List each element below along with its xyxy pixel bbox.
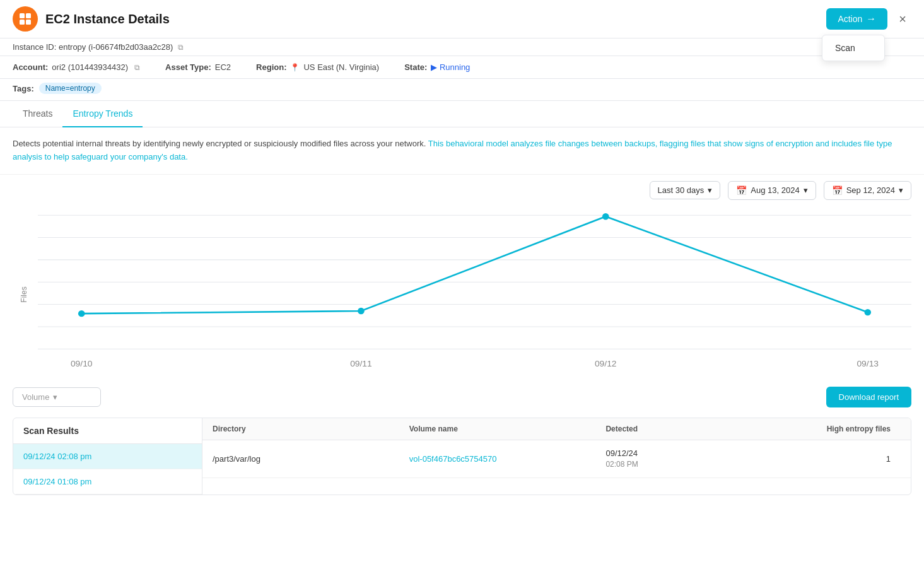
scan-menu-item[interactable]: Scan [822,38,884,58]
date-range-label: Last 30 days [658,185,705,195]
col-high-entropy: High entropy files [753,425,901,433]
volume-chevron-icon: ▾ [53,392,57,402]
start-date-chevron-icon: ▾ [804,185,808,195]
col-directory: Directory [213,425,409,433]
end-date-chevron-icon: ▾ [899,185,903,195]
entropy-chart: 0 10 20 30 40 50 60 09/10 09/11 09/12 09… [38,213,911,377]
asset-type-meta: Asset Type: EC2 [165,62,231,72]
volume-placeholder: Volume [22,392,49,402]
scan-dropdown: Scan [822,35,885,61]
tabs-row: Threats Entropy Trends [0,101,924,127]
action-arrow-icon: → [866,13,876,25]
bottom-section: Volume ▾ Download report Scan Results 09… [0,377,924,505]
svg-point-19 [358,307,365,313]
page-title: EC2 Instance Details [45,12,170,26]
calendar-start-icon: 📅 [736,185,747,196]
chart-container: Files 0 10 20 30 40 50 60 09 [38,213,911,377]
bottom-controls: Volume ▾ Download report [13,387,911,407]
account-copy-icon[interactable]: ⧉ [134,63,140,72]
col-volume-name: Volume name [409,425,606,433]
chart-area: Files 0 10 20 30 40 50 60 09 [0,206,924,377]
state-meta: State: ▶ Running [404,62,470,72]
scan-results-title: Scan Results [13,418,202,444]
tab-entropy-trends[interactable]: Entropy Trends [62,101,143,127]
start-date-value: Aug 13, 2024 [751,185,799,195]
table-header: Directory Volume name Detected High entr… [202,418,911,440]
svg-point-18 [78,310,85,317]
location-icon: 📍 [290,63,300,72]
account-label: Account: [13,62,48,72]
row-high-entropy: 1 [753,454,901,464]
svg-point-21 [864,308,871,315]
copy-icon[interactable]: ⧉ [178,43,184,52]
entropy-description: Detects potential internal threats by id… [0,127,924,175]
scan-result-time-0: 09/12/24 02:08 pm [23,452,91,461]
state-value: ▶ Running [431,62,470,72]
start-date-picker[interactable]: 📅 Aug 13, 2024 ▾ [728,181,816,200]
table-row: /part3/var/log vol-05f467bc6c5754570 09/… [202,440,911,478]
y-axis-label: Files [20,286,28,302]
instance-id-value: entropy (i-06674fb2d03aa2c28) [59,42,173,52]
svg-rect-2 [20,20,25,25]
scan-results-panel: Scan Results 09/12/24 02:08 pm 09/12/24 … [13,418,202,495]
instance-id-prefix: Instance ID: [13,42,59,52]
svg-text:09/13: 09/13 [857,359,879,368]
action-button[interactable]: Action → [826,8,887,30]
table-panel: Directory Volume name Detected High entr… [202,418,911,495]
tags-row: Tags: Name=entropy [0,79,924,101]
row-detected-time: 02:08 PM [605,459,753,470]
date-range-chevron-icon: ▾ [708,185,712,195]
row-directory: /part3/var/log [213,454,409,464]
scan-result-item-1[interactable]: 09/12/24 01:08 pm [13,469,202,495]
top-bar: EC2 Instance Details Action → Scan × [0,0,924,38]
app-logo [13,6,38,32]
download-report-button[interactable]: Download report [826,387,911,407]
col-detected: Detected [605,425,753,433]
date-range-selector[interactable]: Last 30 days ▾ [650,181,721,199]
asset-type-label: Asset Type: [165,62,211,72]
region-value: US East (N. Virginia) [303,62,379,72]
header-right: Action → Scan × [826,8,911,30]
region-meta: Region: 📍 US East (N. Virginia) [256,62,379,72]
svg-text:09/12: 09/12 [595,359,617,368]
tag-badge[interactable]: Name=entropy [39,83,102,94]
svg-text:09/11: 09/11 [350,359,372,368]
tab-threats[interactable]: Threats [13,101,62,127]
results-layout: Scan Results 09/12/24 02:08 pm 09/12/24 … [13,418,911,495]
scan-result-item-0[interactable]: 09/12/24 02:08 pm [13,444,202,469]
svg-text:09/10: 09/10 [71,359,93,368]
state-label: State: [404,62,427,72]
row-detected: 09/12/24 02:08 PM [605,448,753,470]
tags-label: Tags: [13,84,34,93]
svg-rect-3 [26,20,31,25]
svg-rect-0 [20,13,25,18]
chart-controls: Last 30 days ▾ 📅 Aug 13, 2024 ▾ 📅 Sep 12… [0,175,924,206]
description-text1: Detects potential internal threats by id… [13,139,428,148]
volume-selector[interactable]: Volume ▾ [13,387,101,407]
close-button[interactable]: × [894,9,911,29]
meta-row: Account: ori2 (101443934432) ⧉ Asset Typ… [0,56,924,79]
end-date-picker[interactable]: 📅 Sep 12, 2024 ▾ [824,181,911,200]
instance-id-row: Account: Instance ID: entropy (i-06674fb… [0,38,924,56]
row-detected-date: 09/12/24 [605,448,753,459]
row-volume-link[interactable]: vol-05f467bc6c5754570 [409,454,606,464]
asset-type-value: EC2 [215,62,231,72]
svg-rect-1 [26,13,31,18]
svg-point-20 [602,213,609,220]
account-value: ori2 (101443934432) [52,62,128,72]
scan-result-time-1: 09/12/24 01:08 pm [23,477,91,486]
header-left: EC2 Instance Details [13,6,170,32]
calendar-end-icon: 📅 [832,185,843,196]
region-label: Region: [256,62,286,72]
account-meta: Account: ori2 (101443934432) ⧉ [13,62,140,72]
end-date-value: Sep 12, 2024 [846,185,895,195]
